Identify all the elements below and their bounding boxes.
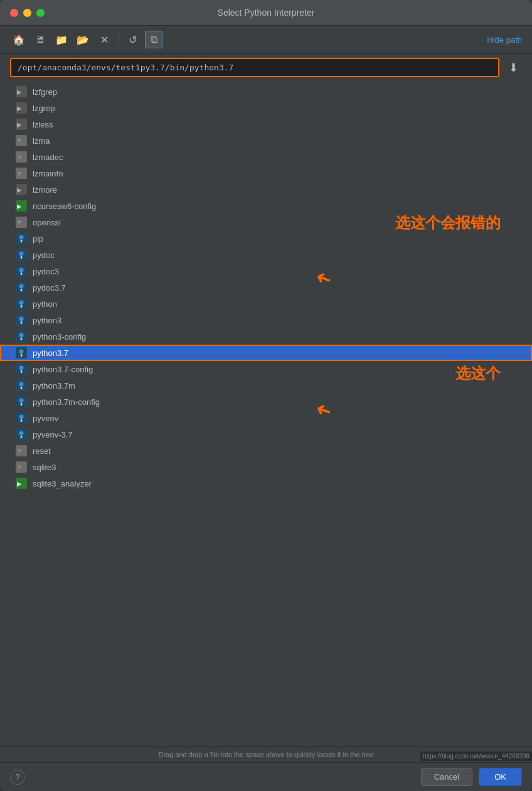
list-item[interactable]: ▶ lzmore bbox=[0, 181, 532, 198]
home-button[interactable]: 🏠 bbox=[10, 31, 28, 48]
list-item[interactable]: python3.7-config bbox=[0, 361, 532, 377]
file-icon: ▶ bbox=[15, 118, 28, 131]
svg-text:?: ? bbox=[18, 171, 21, 177]
cancel-button[interactable]: Cancel bbox=[421, 768, 472, 786]
list-item[interactable]: python3-config bbox=[0, 328, 532, 345]
list-item[interactable]: python3.7m-config bbox=[0, 394, 532, 410]
svg-text:?: ? bbox=[18, 138, 21, 144]
svg-text:▶: ▶ bbox=[17, 121, 22, 128]
python37m-icon bbox=[15, 379, 28, 392]
copy-path-button[interactable]: ⧉ bbox=[145, 31, 162, 48]
svg-text:▶: ▶ bbox=[17, 203, 22, 210]
computer-icon: 🖥 bbox=[35, 34, 45, 45]
list-item[interactable]: ? openssl bbox=[0, 214, 532, 230]
pyvenv37-icon bbox=[15, 428, 28, 441]
list-item[interactable]: ? lzma bbox=[0, 132, 532, 149]
minimize-button[interactable] bbox=[23, 9, 31, 17]
list-item[interactable]: ▶ lzgrep bbox=[0, 100, 532, 116]
svg-text:?: ? bbox=[18, 448, 21, 455]
list-item[interactable]: python3.7m bbox=[0, 377, 532, 394]
sqlite3-icon: ? bbox=[15, 461, 28, 473]
list-item[interactable]: pydoc bbox=[0, 247, 532, 263]
file-name: lzmainfo bbox=[33, 169, 63, 178]
file-name: python3-config bbox=[33, 332, 86, 342]
list-item[interactable]: ? lzmainfo bbox=[0, 165, 532, 181]
list-item[interactable]: ? sqlite3 bbox=[0, 459, 532, 475]
home-icon: 🏠 bbox=[13, 34, 25, 46]
list-item[interactable]: ▶ ncursesw6-config bbox=[0, 198, 532, 214]
svg-point-29 bbox=[19, 317, 24, 321]
maximize-button[interactable] bbox=[36, 9, 45, 17]
svg-text:▶: ▶ bbox=[17, 89, 22, 95]
file-icon: ▶ bbox=[15, 183, 28, 196]
path-input[interactable] bbox=[18, 63, 492, 72]
svg-point-43 bbox=[19, 431, 24, 436]
list-item[interactable]: pip bbox=[0, 230, 532, 247]
list-item-selected[interactable]: python3.7 bbox=[0, 345, 532, 361]
file-name: python3.7m bbox=[33, 381, 75, 390]
svg-text:▶: ▶ bbox=[17, 480, 22, 487]
file-name: reset bbox=[33, 446, 51, 456]
close-button[interactable] bbox=[10, 9, 18, 17]
file-name: python3.7-config bbox=[33, 365, 93, 374]
download-button[interactable]: ⬇ bbox=[504, 59, 522, 77]
svg-text:?: ? bbox=[18, 220, 21, 226]
copy-path-icon: ⧉ bbox=[151, 34, 157, 45]
title-bar: Select Python Interpreter bbox=[0, 0, 532, 26]
file-name: pydoc bbox=[33, 250, 55, 260]
svg-point-19 bbox=[19, 235, 24, 240]
list-item[interactable]: ? lzmadec bbox=[0, 149, 532, 165]
python-pydoc3-icon bbox=[15, 265, 28, 277]
svg-point-21 bbox=[19, 252, 24, 256]
list-item[interactable]: ▶ sqlite3_analyzer bbox=[0, 475, 532, 492]
file-name: lzless bbox=[33, 120, 53, 129]
list-item[interactable]: ? reset bbox=[0, 443, 532, 459]
file-name: python3 bbox=[33, 316, 61, 325]
sqlite3-analyzer-icon: ▶ bbox=[15, 477, 28, 490]
delete-button[interactable]: ✕ bbox=[95, 31, 113, 48]
list-item[interactable]: python3 bbox=[0, 312, 532, 328]
reset-icon: ? bbox=[15, 444, 28, 457]
new-folder-icon: 📂 bbox=[77, 34, 89, 46]
file-icon: ▶ bbox=[15, 85, 28, 98]
file-icon: ? bbox=[15, 134, 28, 147]
svg-point-35 bbox=[19, 366, 24, 370]
list-item[interactable]: pydoc3.7 bbox=[0, 279, 532, 296]
help-button[interactable]: ? bbox=[10, 770, 25, 785]
file-name: ncursesw6-config bbox=[33, 202, 96, 211]
list-item[interactable]: pydoc3 bbox=[0, 263, 532, 279]
python37m-config-icon bbox=[15, 396, 28, 408]
list-item[interactable]: ▶ lzless bbox=[0, 116, 532, 132]
dialog-window: Select Python Interpreter 🏠 🖥 📁 📂 ✕ ↺ ⧉ … bbox=[0, 0, 532, 791]
ok-button[interactable]: OK bbox=[479, 768, 522, 786]
refresh-button[interactable]: ↺ bbox=[124, 31, 141, 48]
separator bbox=[118, 33, 119, 46]
hide-path-button[interactable]: Hide path bbox=[487, 35, 522, 45]
folder-icon: 📁 bbox=[55, 34, 68, 46]
file-name: python bbox=[33, 299, 57, 309]
python3-config-icon bbox=[15, 330, 28, 343]
list-item[interactable]: pyvenv-3.7 bbox=[0, 426, 532, 443]
python-pydoc37-icon bbox=[15, 281, 28, 294]
list-item[interactable]: python bbox=[0, 296, 532, 312]
svg-point-33 bbox=[19, 350, 24, 354]
file-list-container[interactable]: 选这个会报错的 ➜ 选这个 ➜ ▶ lzfgrep ▶ lzgrep bbox=[0, 81, 532, 746]
python3-icon bbox=[15, 314, 28, 326]
status-text: Drag and drop a file into the space abov… bbox=[158, 751, 373, 758]
list-item[interactable]: ▶ lzfgrep bbox=[0, 83, 532, 100]
file-icon: ▶ bbox=[15, 102, 28, 114]
folder-button[interactable]: 📁 bbox=[53, 31, 70, 48]
file-name: lzfgrep bbox=[33, 87, 57, 97]
python-icon bbox=[15, 298, 28, 310]
python37-config-icon bbox=[15, 363, 28, 375]
file-name: lzma bbox=[33, 136, 50, 146]
svg-point-37 bbox=[19, 382, 24, 387]
svg-point-39 bbox=[19, 399, 24, 403]
file-icon: ? bbox=[15, 151, 28, 163]
download-icon: ⬇ bbox=[509, 61, 518, 75]
svg-text:?: ? bbox=[18, 465, 21, 471]
computer-button[interactable]: 🖥 bbox=[31, 31, 49, 48]
new-folder-button[interactable]: 📂 bbox=[74, 31, 92, 48]
python37-icon bbox=[15, 347, 28, 359]
list-item[interactable]: pyvenv bbox=[0, 410, 532, 426]
